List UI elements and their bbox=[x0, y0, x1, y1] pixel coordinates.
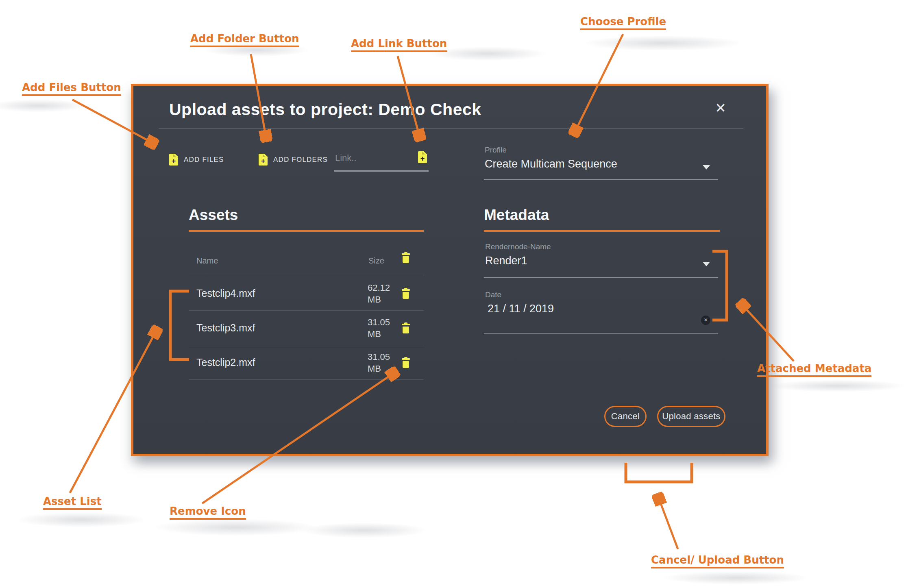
annotation-add-folder: Add Folder Button bbox=[190, 33, 299, 47]
close-icon[interactable]: ✕ bbox=[711, 98, 730, 118]
buttons-bracket bbox=[626, 463, 692, 482]
asset-size: 31.05 MB bbox=[368, 316, 390, 340]
table-row[interactable]: Testclip3.mxf 31.05 MB bbox=[189, 311, 424, 345]
title-divider bbox=[159, 128, 743, 129]
file-plus-icon: + bbox=[259, 154, 268, 166]
delete-icon[interactable] bbox=[402, 357, 410, 368]
assets-table-header: Name Size bbox=[189, 247, 424, 276]
dialog-title: Upload assets to project: Demo Check bbox=[169, 100, 481, 119]
assets-rule bbox=[189, 230, 424, 232]
file-plus-icon: + bbox=[169, 154, 178, 166]
chevron-down-icon[interactable] bbox=[703, 165, 710, 170]
asset-name: Testclip2.mxf bbox=[196, 357, 255, 368]
add-link-icon[interactable]: + bbox=[418, 151, 427, 163]
add-files-button[interactable]: + ADD FILES bbox=[169, 154, 224, 166]
shadow-blob bbox=[634, 568, 838, 587]
table-row[interactable]: Testclip4.mxf 62.12 MB bbox=[189, 276, 424, 311]
date-underline bbox=[484, 333, 718, 334]
upload-assets-dialog: Upload assets to project: Demo Check ✕ +… bbox=[131, 84, 769, 456]
assets-heading: Assets bbox=[189, 207, 238, 224]
name-column-header: Name bbox=[196, 256, 218, 266]
asset-name: Testclip4.mxf bbox=[196, 287, 255, 299]
assets-table: Name Size Testclip4.mxf 62.12 MB bbox=[189, 247, 424, 380]
rendernode-label: Rendernode-Name bbox=[485, 242, 551, 251]
add-folders-button[interactable]: + ADD FOLDERS bbox=[259, 154, 328, 166]
date-field-value[interactable]: 21 / 11 / 2019 bbox=[488, 303, 554, 315]
shadow-blob bbox=[0, 97, 106, 115]
annotation-remove-icon: Remove Icon bbox=[170, 505, 246, 520]
metadata-heading: Metadata bbox=[484, 207, 549, 224]
annotation-attached-metadata: Attached Metadata bbox=[757, 362, 871, 377]
rendernode-underline bbox=[484, 277, 718, 278]
clear-date-icon[interactable]: ✕ bbox=[701, 316, 710, 325]
profile-select-value[interactable]: Create Multicam Sequence bbox=[485, 158, 617, 170]
annotation-choose-profile: Choose Profile bbox=[580, 15, 666, 30]
arrow-cancel-upload bbox=[658, 496, 678, 549]
asset-size: 62.12 MB bbox=[368, 282, 390, 305]
upload-assets-button[interactable]: Upload assets bbox=[657, 406, 725, 427]
profile-underline bbox=[484, 179, 718, 180]
add-files-label: ADD FILES bbox=[184, 156, 224, 164]
link-field: + bbox=[334, 150, 429, 172]
date-label: Date bbox=[485, 290, 501, 299]
asset-list: Testclip4.mxf 62.12 MB Testclip3.mxf 31.… bbox=[189, 276, 424, 380]
shadow-blob bbox=[553, 33, 773, 54]
rendernode-select-value[interactable]: Render1 bbox=[485, 255, 527, 267]
cancel-button[interactable]: Cancel bbox=[604, 406, 647, 427]
profile-label: Profile bbox=[485, 146, 507, 155]
add-folders-label: ADD FOLDERS bbox=[273, 156, 328, 164]
delete-icon[interactable] bbox=[402, 322, 410, 333]
annotation-add-files: Add Files Button bbox=[22, 81, 121, 96]
table-row[interactable]: Testclip2.mxf 31.05 MB bbox=[189, 345, 424, 380]
delete-all-icon[interactable] bbox=[402, 252, 410, 263]
shadow-blob bbox=[277, 520, 451, 541]
annotation-asset-list: Asset List bbox=[43, 495, 102, 510]
asset-name: Testclip3.mxf bbox=[196, 322, 255, 334]
annotation-cancel-upload: Cancel/ Upload Button bbox=[651, 554, 784, 568]
asset-size: 31.05 MB bbox=[368, 351, 390, 375]
annotation-add-link: Add Link Button bbox=[351, 37, 447, 52]
delete-icon[interactable] bbox=[402, 288, 410, 299]
link-input[interactable] bbox=[334, 150, 403, 163]
page: Upload assets to project: Demo Check ✕ +… bbox=[0, 0, 906, 588]
size-column-header: Size bbox=[368, 256, 384, 266]
chevron-down-icon[interactable] bbox=[703, 262, 710, 266]
metadata-rule bbox=[484, 230, 720, 232]
